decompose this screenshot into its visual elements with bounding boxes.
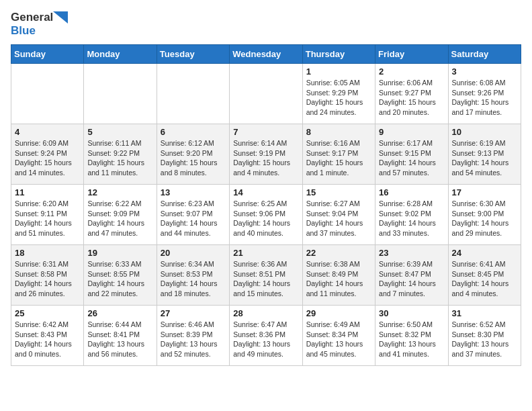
- weekday-header-tuesday: Tuesday: [157, 45, 229, 64]
- day-info: Sunrise: 6:14 AM Sunset: 9:19 PM Dayligh…: [233, 138, 298, 178]
- calendar-cell: 14Sunrise: 6:25 AM Sunset: 9:06 PM Dayli…: [230, 185, 302, 245]
- day-number: 14: [233, 187, 298, 197]
- day-info: Sunrise: 6:05 AM Sunset: 9:29 PM Dayligh…: [306, 78, 371, 118]
- day-number: 27: [161, 308, 226, 318]
- day-number: 16: [379, 187, 444, 197]
- day-number: 22: [306, 248, 371, 258]
- day-info: Sunrise: 6:34 AM Sunset: 8:53 PM Dayligh…: [161, 259, 226, 299]
- calendar-cell: 9Sunrise: 6:17 AM Sunset: 9:15 PM Daylig…: [375, 124, 448, 185]
- calendar-cell: [11, 64, 84, 124]
- day-info: Sunrise: 6:25 AM Sunset: 9:06 PM Dayligh…: [233, 199, 298, 238]
- day-number: 8: [306, 127, 371, 137]
- day-info: Sunrise: 6:50 AM Sunset: 8:32 PM Dayligh…: [379, 320, 444, 359]
- calendar-cell: 3Sunrise: 6:08 AM Sunset: 9:26 PM Daylig…: [448, 64, 521, 124]
- day-info: Sunrise: 6:23 AM Sunset: 9:07 PM Dayligh…: [161, 199, 226, 238]
- day-number: 19: [87, 248, 152, 258]
- calendar-cell: 26Sunrise: 6:44 AM Sunset: 8:41 PM Dayli…: [84, 306, 157, 366]
- calendar-cell: [230, 64, 302, 124]
- day-number: 26: [87, 308, 152, 318]
- calendar-cell: 4Sunrise: 6:09 AM Sunset: 9:24 PM Daylig…: [11, 124, 84, 185]
- day-number: 17: [452, 187, 517, 197]
- day-number: 6: [161, 127, 226, 137]
- day-number: 29: [306, 308, 371, 318]
- day-info: Sunrise: 6:19 AM Sunset: 9:13 PM Dayligh…: [452, 138, 517, 178]
- day-info: Sunrise: 6:09 AM Sunset: 9:24 PM Dayligh…: [15, 138, 80, 178]
- calendar-cell: 5Sunrise: 6:11 AM Sunset: 9:22 PM Daylig…: [84, 124, 157, 185]
- weekday-header-friday: Friday: [375, 45, 448, 64]
- day-number: 5: [87, 127, 152, 137]
- day-number: 25: [15, 308, 80, 318]
- day-info: Sunrise: 6:36 AM Sunset: 8:51 PM Dayligh…: [233, 259, 298, 299]
- logo-text-general: General: [11, 11, 53, 24]
- day-number: 12: [87, 187, 152, 197]
- calendar-cell: 28Sunrise: 6:47 AM Sunset: 8:36 PM Dayli…: [230, 306, 302, 366]
- svg-marker-0: [53, 11, 68, 24]
- calendar-cell: 20Sunrise: 6:34 AM Sunset: 8:53 PM Dayli…: [157, 245, 229, 306]
- day-info: Sunrise: 6:52 AM Sunset: 8:30 PM Dayligh…: [452, 320, 517, 359]
- calendar-cell: 17Sunrise: 6:30 AM Sunset: 9:00 PM Dayli…: [448, 185, 521, 245]
- calendar-cell: 10Sunrise: 6:19 AM Sunset: 9:13 PM Dayli…: [448, 124, 521, 185]
- day-number: 31: [452, 308, 517, 318]
- day-number: 18: [15, 248, 80, 258]
- calendar-cell: 19Sunrise: 6:33 AM Sunset: 8:55 PM Dayli…: [84, 245, 157, 306]
- calendar-cell: 8Sunrise: 6:16 AM Sunset: 9:17 PM Daylig…: [302, 124, 375, 185]
- week-row-4: 18Sunrise: 6:31 AM Sunset: 8:58 PM Dayli…: [11, 245, 521, 306]
- day-info: Sunrise: 6:39 AM Sunset: 8:47 PM Dayligh…: [379, 259, 444, 299]
- weekday-header-row: SundayMondayTuesdayWednesdayThursdayFrid…: [11, 45, 521, 64]
- logo-arrow-icon: [53, 11, 68, 24]
- day-number: 15: [306, 187, 371, 197]
- calendar-cell: 29Sunrise: 6:49 AM Sunset: 8:34 PM Dayli…: [302, 306, 375, 366]
- page-header: General Blue: [11, 11, 521, 38]
- calendar-cell: 21Sunrise: 6:36 AM Sunset: 8:51 PM Dayli…: [230, 245, 302, 306]
- calendar-cell: 7Sunrise: 6:14 AM Sunset: 9:19 PM Daylig…: [230, 124, 302, 185]
- calendar-cell: 23Sunrise: 6:39 AM Sunset: 8:47 PM Dayli…: [375, 245, 448, 306]
- day-info: Sunrise: 6:30 AM Sunset: 9:00 PM Dayligh…: [452, 199, 517, 238]
- calendar-cell: 12Sunrise: 6:22 AM Sunset: 9:09 PM Dayli…: [84, 185, 157, 245]
- week-row-3: 11Sunrise: 6:20 AM Sunset: 9:11 PM Dayli…: [11, 185, 521, 245]
- weekday-header-thursday: Thursday: [302, 45, 375, 64]
- day-number: 24: [452, 248, 517, 258]
- week-row-1: 1Sunrise: 6:05 AM Sunset: 9:29 PM Daylig…: [11, 64, 521, 124]
- day-number: 1: [306, 66, 371, 77]
- day-number: 10: [452, 127, 517, 137]
- calendar-cell: 25Sunrise: 6:42 AM Sunset: 8:43 PM Dayli…: [11, 306, 84, 366]
- calendar-cell: 16Sunrise: 6:28 AM Sunset: 9:02 PM Dayli…: [375, 185, 448, 245]
- day-info: Sunrise: 6:27 AM Sunset: 9:04 PM Dayligh…: [306, 199, 371, 238]
- day-info: Sunrise: 6:38 AM Sunset: 8:49 PM Dayligh…: [306, 259, 371, 299]
- day-info: Sunrise: 6:22 AM Sunset: 9:09 PM Dayligh…: [87, 199, 152, 238]
- day-number: 2: [379, 66, 444, 77]
- weekday-header-monday: Monday: [84, 45, 157, 64]
- day-number: 7: [233, 127, 298, 137]
- day-number: 13: [161, 187, 226, 197]
- logo-text-blue: Blue: [11, 24, 36, 38]
- day-info: Sunrise: 6:47 AM Sunset: 8:36 PM Dayligh…: [233, 320, 298, 359]
- calendar-cell: 27Sunrise: 6:46 AM Sunset: 8:39 PM Dayli…: [157, 306, 229, 366]
- day-number: 20: [161, 248, 226, 258]
- day-info: Sunrise: 6:46 AM Sunset: 8:39 PM Dayligh…: [161, 320, 226, 359]
- calendar-cell: 18Sunrise: 6:31 AM Sunset: 8:58 PM Dayli…: [11, 245, 84, 306]
- calendar-cell: 6Sunrise: 6:12 AM Sunset: 9:20 PM Daylig…: [157, 124, 229, 185]
- calendar-cell: 2Sunrise: 6:06 AM Sunset: 9:27 PM Daylig…: [375, 64, 448, 124]
- day-info: Sunrise: 6:08 AM Sunset: 9:26 PM Dayligh…: [452, 78, 517, 118]
- day-info: Sunrise: 6:06 AM Sunset: 9:27 PM Dayligh…: [379, 78, 444, 118]
- day-number: 28: [233, 308, 298, 318]
- day-number: 11: [15, 187, 80, 197]
- day-info: Sunrise: 6:41 AM Sunset: 8:45 PM Dayligh…: [452, 259, 517, 299]
- weekday-header-wednesday: Wednesday: [230, 45, 302, 64]
- week-row-2: 4Sunrise: 6:09 AM Sunset: 9:24 PM Daylig…: [11, 124, 521, 185]
- logo: General Blue: [11, 11, 68, 38]
- calendar-cell: 1Sunrise: 6:05 AM Sunset: 9:29 PM Daylig…: [302, 64, 375, 124]
- calendar-cell: 22Sunrise: 6:38 AM Sunset: 8:49 PM Dayli…: [302, 245, 375, 306]
- day-number: 23: [379, 248, 444, 258]
- day-info: Sunrise: 6:16 AM Sunset: 9:17 PM Dayligh…: [306, 138, 371, 178]
- day-info: Sunrise: 6:42 AM Sunset: 8:43 PM Dayligh…: [15, 320, 80, 359]
- day-info: Sunrise: 6:20 AM Sunset: 9:11 PM Dayligh…: [15, 199, 80, 238]
- day-number: 30: [379, 308, 444, 318]
- day-info: Sunrise: 6:17 AM Sunset: 9:15 PM Dayligh…: [379, 138, 444, 178]
- day-info: Sunrise: 6:44 AM Sunset: 8:41 PM Dayligh…: [87, 320, 152, 359]
- calendar-table: SundayMondayTuesdayWednesdayThursdayFrid…: [11, 44, 521, 366]
- day-info: Sunrise: 6:11 AM Sunset: 9:22 PM Dayligh…: [87, 138, 152, 178]
- day-number: 21: [233, 248, 298, 258]
- day-info: Sunrise: 6:33 AM Sunset: 8:55 PM Dayligh…: [87, 259, 152, 299]
- day-number: 9: [379, 127, 444, 137]
